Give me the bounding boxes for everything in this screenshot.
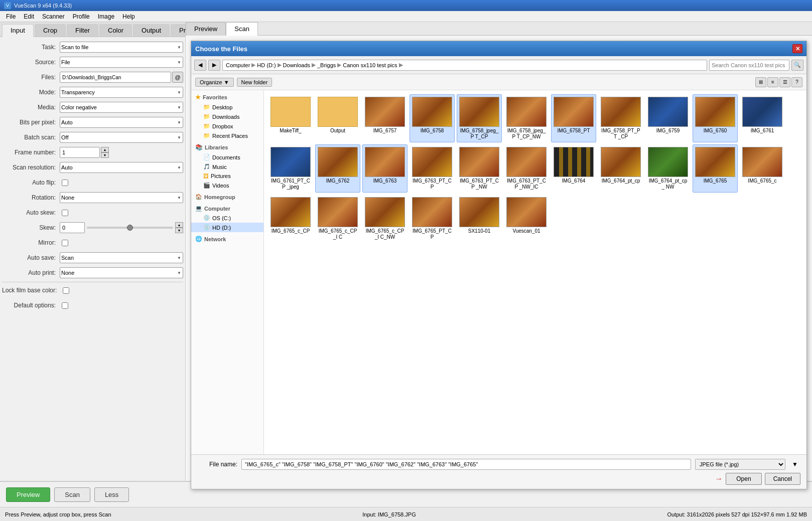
menu-profile[interactable]: Profile — [69, 12, 94, 21]
tree-libraries-header[interactable]: 📚 Libraries — [191, 142, 263, 152]
tree-homegroup-header[interactable]: 🏠 Homegroup — [191, 192, 263, 202]
rotation-select[interactable]: None — [60, 192, 183, 203]
breadcrumb-item-computer[interactable]: Computer — [226, 62, 250, 68]
filetype-select[interactable]: JPEG file (*.jpg) — [695, 459, 785, 470]
file-item[interactable]: IMG_6765_c_CP_I C_NW — [362, 195, 408, 243]
tab-input[interactable]: Input — [2, 24, 34, 37]
breadcrumb-item-canon[interactable]: Canon sx110 test pics — [343, 62, 397, 68]
scan-button[interactable]: Scan — [54, 487, 90, 502]
file-item[interactable]: IMG_6757 — [362, 94, 408, 142]
file-item[interactable]: IMG_6758_jpeg_P T_CP — [457, 94, 502, 142]
file-item[interactable]: Vuescan_01 — [504, 195, 549, 243]
view-help-button[interactable]: ? — [791, 77, 802, 87]
tree-item-d-drive[interactable]: 💿 HD (D:) — [191, 223, 263, 232]
file-item[interactable]: IMG_6763_PT_CP _NW_IC — [504, 144, 549, 193]
task-select[interactable]: Scan to file — [60, 42, 183, 53]
source-select[interactable]: File — [60, 57, 183, 68]
skew-slider[interactable] — [87, 227, 173, 229]
preview-button[interactable]: Preview — [6, 487, 50, 502]
tab-filter[interactable]: Filter — [67, 24, 98, 36]
default-options-checkbox[interactable] — [62, 302, 68, 309]
skew-input[interactable] — [60, 222, 85, 233]
file-item[interactable]: IMG_6765_PT_CP — [410, 195, 455, 243]
tree-item-pictures[interactable]: 🖼 Pictures — [191, 171, 263, 181]
tree-item-documents[interactable]: 📄 Documents — [191, 152, 263, 162]
search-input[interactable] — [709, 60, 789, 71]
tab-crop[interactable]: Crop — [35, 24, 66, 36]
menu-file[interactable]: File — [2, 12, 20, 21]
view-details-button[interactable]: ☰ — [779, 77, 790, 87]
tree-item-c-drive[interactable]: 💿 OS (C:) — [191, 213, 263, 223]
file-item[interactable]: IMG_6759 — [645, 94, 691, 142]
nav-back-button[interactable]: ◀ — [194, 60, 206, 71]
frame-input[interactable] — [60, 147, 100, 158]
auto-skew-checkbox[interactable] — [62, 210, 68, 216]
tab-output[interactable]: Output — [133, 24, 170, 36]
mirror-checkbox[interactable] — [62, 240, 68, 246]
mode-select[interactable]: Transparency — [60, 87, 183, 98]
file-item[interactable]: IMG_6764_pt_cp — [598, 144, 643, 193]
file-item[interactable]: IMG_6765_c_CP — [268, 195, 313, 243]
file-item[interactable]: IMG_6765 — [693, 144, 738, 193]
file-item[interactable]: IMG_6760 — [693, 94, 738, 142]
file-item[interactable]: IMG_6758_PT — [551, 94, 596, 142]
batch-select[interactable]: Off — [60, 132, 183, 143]
breadcrumb[interactable]: Computer ▶ HD (D:) ▶ Downloads ▶ _Briggs… — [222, 60, 707, 71]
cancel-button[interactable]: Cancel — [765, 473, 800, 485]
menu-help[interactable]: Help — [118, 12, 139, 21]
tree-item-videos[interactable]: 🎬 Videos — [191, 181, 263, 190]
search-button[interactable]: 🔍 — [791, 60, 803, 71]
view-toggle-button[interactable]: ⊞ — [755, 77, 766, 87]
tree-computer-header[interactable]: 💻 Computer — [191, 204, 263, 213]
tree-favorites-header[interactable]: ★ Favorites — [191, 92, 263, 102]
filetype-dropdown-btn[interactable]: ▼ — [789, 461, 800, 468]
file-item[interactable]: IMG_6764 — [551, 144, 596, 193]
file-item[interactable]: MakeTiff_ — [268, 94, 313, 142]
file-item[interactable]: IMG_6763_PT_CP _NW — [457, 144, 502, 193]
file-item[interactable]: IMG_6763_PT_CP — [410, 144, 455, 193]
tree-item-dropbox[interactable]: 📁 Dropbox — [191, 121, 263, 131]
file-item[interactable]: SX110-01 — [457, 195, 502, 243]
menu-image[interactable]: Image — [94, 12, 118, 21]
menu-edit[interactable]: Edit — [20, 12, 38, 21]
frame-spinner-down[interactable]: ▼ — [101, 152, 109, 158]
file-item[interactable]: IMG_6762 — [315, 144, 360, 193]
skew-spinner-down[interactable]: ▼ — [175, 228, 183, 233]
nav-forward-button[interactable]: ▶ — [208, 60, 220, 71]
breadcrumb-item-hd[interactable]: HD (D:) — [257, 62, 276, 68]
file-item[interactable]: IMG_6765_c_CP_I C — [315, 195, 360, 243]
files-browse-button[interactable]: @ — [172, 72, 183, 83]
organize-button[interactable]: Organize ▼ — [195, 78, 234, 87]
media-select[interactable]: Color negative — [60, 102, 183, 113]
view-list-button[interactable]: ≡ — [767, 77, 778, 87]
skew-spinner-up[interactable]: ▲ — [175, 222, 183, 228]
auto-save-select[interactable]: Scan — [60, 252, 183, 263]
file-item[interactable]: IMG_6764_pt_cp_ NW — [645, 144, 691, 193]
tree-network-header[interactable]: 🌐 Network — [191, 234, 263, 244]
dialog-close-button[interactable]: ✕ — [792, 44, 802, 53]
file-item[interactable]: IMG_6761 — [740, 94, 785, 142]
tree-item-music[interactable]: 🎵 Music — [191, 162, 263, 171]
file-item[interactable]: IMG_6758_jpeg_P T_CP_NW — [504, 94, 549, 142]
breadcrumb-item-downloads[interactable]: Downloads — [283, 62, 310, 68]
lock-film-checkbox[interactable] — [63, 287, 69, 294]
file-item[interactable]: IMG_6761_PT_CP _jpeg — [268, 144, 313, 193]
open-button[interactable]: Open — [726, 473, 761, 485]
file-item[interactable]: IMG_6765_c — [740, 144, 785, 193]
file-item[interactable]: IMG_6763 — [362, 144, 408, 193]
menu-scanner[interactable]: Scanner — [38, 12, 69, 21]
less-button[interactable]: Less — [94, 487, 129, 502]
tab-preview[interactable]: Preview — [186, 22, 226, 36]
file-item[interactable]: IMG_6758 — [410, 94, 455, 142]
files-input[interactable] — [60, 72, 171, 83]
bits-select[interactable]: Auto — [60, 117, 183, 128]
new-folder-button[interactable]: New folder — [237, 78, 273, 87]
tree-item-downloads[interactable]: 📁 Downloads — [191, 112, 263, 121]
tree-item-recent[interactable]: 📁 Recent Places — [191, 131, 263, 140]
auto-flip-checkbox[interactable] — [62, 180, 68, 186]
file-item[interactable]: Output — [315, 94, 360, 142]
tab-color[interactable]: Color — [99, 24, 132, 36]
file-item[interactable]: IMG_6758_PT_PT _CP — [598, 94, 643, 142]
filename-input[interactable] — [241, 459, 691, 470]
tab-scan[interactable]: Scan — [226, 22, 258, 36]
